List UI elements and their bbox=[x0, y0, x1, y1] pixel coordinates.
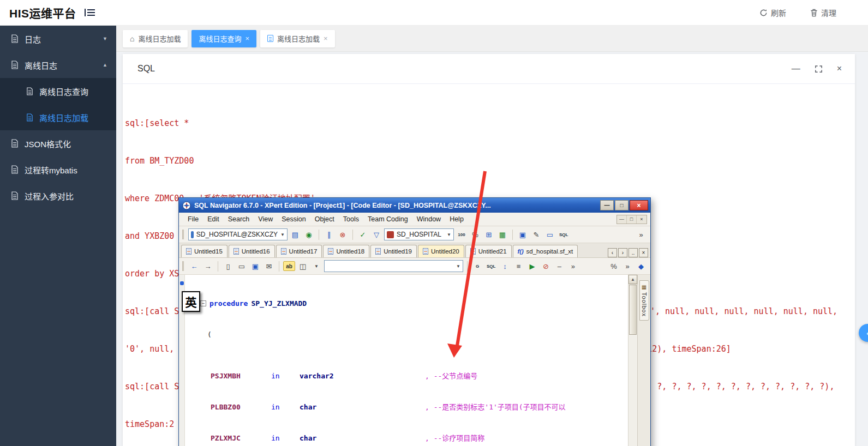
sidebar-item-json-format[interactable]: JSON格式化 bbox=[0, 130, 116, 156]
sidebar-item-proc-to-mybatis[interactable]: 过程转mybatis bbox=[0, 156, 116, 183]
sidebar-item-logs[interactable]: 日志 ▼ bbox=[0, 26, 116, 52]
menu-session[interactable]: Session bbox=[277, 215, 310, 223]
percent-zoom-icon[interactable]: % bbox=[608, 260, 620, 272]
doc-tab-untitled18[interactable]: Untitled18 bbox=[323, 245, 369, 257]
send-icon[interactable]: ✉ bbox=[263, 260, 275, 272]
menu-search[interactable]: Search bbox=[224, 215, 254, 223]
document-icon bbox=[11, 61, 19, 69]
sidebar-item-offline-log-load[interactable]: 离线日志加载 bbox=[0, 104, 116, 130]
sidebar-collapse-icon[interactable] bbox=[84, 8, 96, 17]
chart-icon[interactable]: ▦ bbox=[496, 228, 508, 240]
doc-tab-untitled21[interactable]: Untitled21 bbox=[465, 245, 512, 257]
tab-scroll-left-icon[interactable]: ‹ bbox=[608, 248, 617, 257]
toolbar-overflow-icon[interactable]: » bbox=[635, 228, 647, 240]
menu-edit[interactable]: Edit bbox=[203, 215, 224, 223]
session-combo[interactable]: SD_HOSPITAL ▼ bbox=[384, 228, 454, 240]
fold-toggle-icon[interactable]: − bbox=[200, 300, 206, 306]
tab-scroll-right-icon[interactable]: › bbox=[618, 248, 627, 257]
toolbar-overflow-icon[interactable]: » bbox=[567, 260, 579, 272]
goto-icon[interactable]: G bbox=[471, 260, 483, 272]
mdi-restore-button[interactable]: □ bbox=[627, 215, 637, 224]
find-replace-icon[interactable]: ab bbox=[283, 261, 295, 271]
doc-tab-untitled16[interactable]: Untitled16 bbox=[229, 245, 275, 257]
spool-output-icon[interactable]: ▤ bbox=[289, 228, 301, 240]
window-maximize-button[interactable]: □ bbox=[615, 200, 628, 210]
edit-icon[interactable]: ✎ bbox=[530, 228, 542, 240]
hammer-tools-icon[interactable]: ◆ bbox=[635, 260, 647, 272]
verify-icon[interactable]: ✓ bbox=[357, 228, 369, 240]
clear-button[interactable]: 清理 bbox=[810, 7, 836, 18]
split-view-icon[interactable]: ◫ bbox=[297, 260, 309, 272]
editor-scrollbar[interactable]: ▲ bbox=[628, 275, 637, 446]
search-history-combo[interactable]: ▼ bbox=[324, 260, 463, 272]
close-icon[interactable]: × bbox=[837, 64, 842, 74]
save-icon[interactable]: ▣ bbox=[249, 260, 261, 272]
menu-file[interactable]: File bbox=[183, 215, 203, 223]
minimize-icon[interactable]: — bbox=[792, 64, 800, 74]
connection-combo[interactable]: SD_HOSPITAL@ZSKXCZY ▼ bbox=[188, 228, 288, 240]
menu-window[interactable]: Window bbox=[412, 215, 445, 223]
panel-controls: — × bbox=[792, 64, 842, 74]
tab-more-button[interactable]: .. bbox=[628, 248, 638, 257]
scrollbar-thumb[interactable] bbox=[629, 285, 637, 335]
outline-icon[interactable]: ≡ bbox=[512, 260, 524, 272]
tab-offline-log-load-1[interactable]: ⌂ 离线日志加载 bbox=[123, 30, 188, 47]
tab-close-button[interactable]: × bbox=[639, 248, 648, 257]
refresh-button[interactable]: 刷新 bbox=[759, 7, 786, 18]
document-icon bbox=[11, 34, 19, 43]
sql-sheet-icon[interactable]: SQL bbox=[485, 260, 497, 272]
web-output-icon[interactable]: ◉ bbox=[303, 228, 315, 240]
more-overflow-icon[interactable]: » bbox=[621, 260, 633, 272]
doc-tab-untitled20[interactable]: Untitled20 bbox=[418, 245, 464, 257]
open-cursor-icon[interactable]: ▭ bbox=[544, 228, 556, 240]
ime-indicator[interactable]: 英 bbox=[182, 291, 200, 312]
filter-icon[interactable]: ▽ bbox=[370, 228, 382, 240]
scroll-up-icon[interactable]: ▲ bbox=[628, 275, 637, 284]
forward-icon[interactable]: → bbox=[202, 260, 214, 272]
edge-expand-button[interactable]: ‹ bbox=[859, 324, 868, 342]
toolbox-side-tab[interactable]: ▦ Toolbox bbox=[639, 280, 649, 321]
sidebar-item-proc-param-compare[interactable]: 过程入参对比 bbox=[0, 183, 116, 209]
fullscreen-icon[interactable] bbox=[815, 65, 823, 73]
window-titlebar[interactable]: SQL Navigator 6.7.0 - XPert Edition - [P… bbox=[179, 198, 650, 213]
grid-icon[interactable]: ⊞ bbox=[483, 228, 495, 240]
menu-view[interactable]: View bbox=[254, 215, 277, 223]
doc-tab-sd-hospital-sf-xt[interactable]: f() sd_hospital.sf_xt bbox=[513, 245, 578, 257]
menu-object[interactable]: Object bbox=[310, 215, 339, 223]
sidebar-item-offline-log-query[interactable]: 离线日志查询 bbox=[0, 78, 116, 104]
close-icon[interactable]: × bbox=[246, 35, 250, 42]
pause-icon[interactable]: ∥ bbox=[323, 228, 335, 240]
cancel-icon[interactable]: ⊘ bbox=[540, 260, 552, 272]
sql-doc-icon[interactable]: SQL bbox=[558, 228, 570, 240]
close-icon[interactable]: × bbox=[324, 35, 328, 42]
sql-navigator-window[interactable]: SQL Navigator 6.7.0 - XPert Edition - [P… bbox=[178, 197, 651, 446]
chevron-up-icon: ▲ bbox=[103, 62, 107, 68]
sidebar-item-offline-logs[interactable]: 离线日志 ▲ bbox=[0, 52, 116, 78]
menu-tools[interactable]: Tools bbox=[339, 215, 363, 223]
doc-tab-untitled15[interactable]: Untitled15 bbox=[181, 245, 228, 257]
open-folder-icon[interactable]: ▭ bbox=[236, 260, 248, 272]
code-area[interactable]: − procedure SP_YJ_ZLXMADD ( PSJXMBH in v… bbox=[185, 275, 628, 446]
new-doc-icon[interactable]: ▯ bbox=[222, 260, 234, 272]
menu-help[interactable]: Help bbox=[445, 215, 468, 223]
mdi-minimize-button[interactable]: — bbox=[617, 215, 627, 224]
fetch-limit-icon[interactable]: 100 bbox=[456, 228, 468, 240]
swap-icon[interactable]: ↕ bbox=[499, 260, 511, 272]
window-minimize-button[interactable]: — bbox=[600, 200, 614, 210]
stop-icon[interactable]: ⊗ bbox=[337, 228, 349, 240]
image-icon[interactable]: ▣ bbox=[517, 228, 529, 240]
percent-icon[interactable]: % bbox=[469, 228, 481, 240]
tab-offline-log-query[interactable]: 离线日志查询 × bbox=[191, 30, 256, 47]
back-icon[interactable]: ← bbox=[188, 260, 200, 272]
execute-icon[interactable]: ▶ bbox=[526, 260, 538, 272]
chevron-down-icon[interactable]: ▼ bbox=[310, 260, 322, 272]
menu-team-coding[interactable]: Team Coding bbox=[363, 215, 412, 223]
mdi-close-button[interactable]: × bbox=[637, 215, 646, 224]
doc-tab-untitled17[interactable]: Untitled17 bbox=[276, 245, 322, 257]
tab-offline-log-load-2[interactable]: 离线日志加载 × bbox=[260, 30, 335, 47]
window-close-button[interactable]: × bbox=[630, 200, 648, 210]
code-editor[interactable]: − procedure SP_YJ_ZLXMADD ( PSJXMBH in v… bbox=[179, 275, 650, 446]
doc-tab-untitled19[interactable]: Untitled19 bbox=[370, 245, 417, 257]
app-title: HIS运维平台 bbox=[9, 4, 76, 21]
dash-icon[interactable]: ‒ bbox=[553, 260, 565, 272]
